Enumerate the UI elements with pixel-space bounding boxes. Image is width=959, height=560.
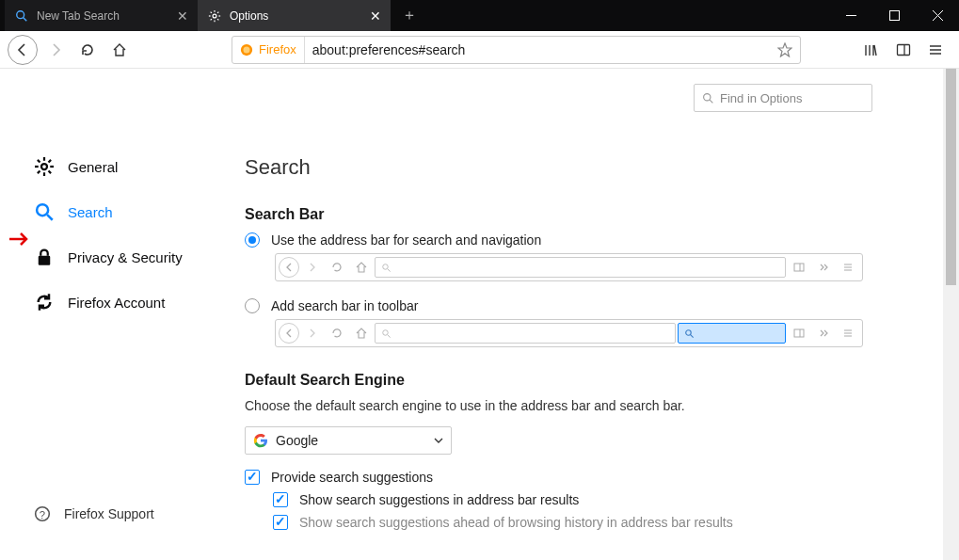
library-icon[interactable] [855, 36, 887, 64]
tab-label: New Tab Search [37, 9, 120, 23]
sidebar-item-label: General [68, 159, 118, 175]
option-label: Add search bar in toolbar [271, 298, 418, 313]
svg-rect-17 [898, 44, 910, 55]
tab-new-tab-search[interactable]: New Tab Search ✕ [5, 0, 198, 31]
identity-label: Firefox [259, 42, 296, 56]
bookmark-star-icon[interactable] [777, 42, 792, 57]
minimize-button[interactable] [829, 0, 872, 31]
radio-checked[interactable] [245, 232, 260, 248]
close-window-button[interactable] [916, 0, 959, 31]
preview-end [788, 257, 859, 278]
back-icon [279, 257, 299, 278]
forward-icon [301, 323, 324, 344]
svg-line-48 [691, 334, 694, 337]
search-icon [702, 92, 714, 104]
checkbox-checked[interactable] [273, 492, 288, 507]
preview-urlbar [375, 257, 786, 278]
preview-urlbar [375, 323, 676, 344]
annotation-arrow [9, 232, 33, 247]
firefox-icon [240, 43, 253, 56]
sidebar-item-label: Privacy & Security [68, 249, 183, 265]
sidebar-icon[interactable] [887, 36, 919, 64]
forward-button[interactable] [41, 36, 70, 64]
url-bar[interactable]: Firefox about:preferences#search [232, 36, 801, 64]
svg-line-7 [211, 11, 212, 12]
svg-rect-40 [794, 264, 804, 271]
default-engine-dropdown[interactable]: Google [245, 426, 452, 455]
svg-line-1 [24, 17, 27, 21]
option-add-search-bar[interactable]: Add search bar in toolbar [245, 298, 959, 313]
forward-icon [301, 257, 324, 278]
reload-button[interactable] [73, 36, 102, 64]
home-icon [350, 257, 373, 278]
sidebar-footer-support[interactable]: ? Firefox Support [34, 505, 154, 522]
svg-point-38 [383, 264, 389, 269]
search-icon [34, 201, 55, 222]
back-button[interactable] [8, 35, 38, 65]
search-icon [14, 8, 29, 24]
svg-point-36 [704, 93, 711, 100]
svg-rect-33 [39, 256, 51, 265]
svg-point-2 [213, 14, 216, 18]
menu-icon [837, 257, 859, 278]
checkbox-checked[interactable] [273, 515, 288, 530]
svg-point-22 [41, 164, 47, 169]
checkbox-checked[interactable] [245, 470, 260, 485]
svg-line-10 [211, 19, 212, 20]
vertical-scrollbar[interactable] [943, 69, 959, 560]
tab-options[interactable]: Options ✕ [198, 0, 391, 31]
toolbar-right [855, 36, 951, 64]
engine-selected: Google [276, 433, 318, 448]
svg-rect-49 [794, 329, 804, 337]
sidebar-icon [788, 323, 810, 344]
find-in-options-input[interactable]: Find in Options [694, 84, 872, 112]
window-controls [829, 0, 959, 31]
close-icon[interactable]: ✕ [370, 9, 381, 23]
svg-line-29 [49, 160, 52, 163]
sidebar-item-label: Search [68, 204, 113, 220]
svg-line-8 [217, 19, 218, 20]
reload-icon [326, 257, 348, 278]
preferences-sidebar: General Search Privacy & Security Firefo… [0, 69, 245, 560]
check-suggest-address[interactable]: Show search suggestions in address bar r… [273, 492, 959, 507]
svg-point-45 [383, 329, 389, 335]
sidebar-item-search[interactable]: Search [34, 189, 245, 234]
svg-line-30 [38, 171, 40, 174]
lock-icon [34, 247, 55, 267]
titlebar: New Tab Search ✕ Options ✕ ＋ [0, 0, 959, 31]
identity-box[interactable]: Firefox [240, 37, 305, 63]
content-area: General Search Privacy & Security Firefo… [0, 69, 959, 560]
sidebar-item-general[interactable]: General [34, 144, 245, 189]
menu-icon [837, 323, 859, 344]
sidebar-footer-label: Firefox Support [64, 506, 154, 521]
page-title: Search [245, 155, 959, 180]
check-provide-suggestions[interactable]: Provide search suggestions [245, 470, 959, 485]
home-button[interactable] [105, 36, 134, 64]
option-use-address-bar[interactable]: Use the address bar for search and navig… [245, 232, 959, 248]
section-default-engine: Default Search Engine [245, 372, 959, 389]
checkbox-label: Provide search suggestions [271, 470, 433, 485]
sync-icon [34, 292, 55, 312]
section-search-bar: Search Bar [245, 206, 959, 223]
svg-point-31 [37, 204, 48, 216]
close-icon[interactable]: ✕ [177, 9, 188, 23]
sidebar-icon [788, 257, 810, 278]
chevrons-icon [812, 257, 835, 278]
new-tab-button[interactable]: ＋ [391, 0, 428, 31]
engine-description: Choose the default search engine to use … [245, 398, 959, 413]
check-suggest-ahead[interactable]: Show search suggestions ahead of browsin… [273, 515, 959, 530]
checkbox-label: Show search suggestions in address bar r… [299, 492, 579, 507]
question-icon: ? [34, 505, 51, 522]
sidebar-item-account[interactable]: Firefox Account [34, 280, 245, 325]
preferences-main: Find in Options Search Search Bar Use th… [245, 69, 959, 560]
home-icon [350, 323, 373, 344]
url-text: about:preferences#search [305, 42, 466, 57]
sidebar-item-privacy[interactable]: Privacy & Security [34, 234, 245, 280]
maximize-button[interactable] [872, 0, 916, 31]
menu-icon[interactable] [919, 36, 951, 64]
radio-unchecked[interactable] [245, 298, 260, 313]
preview-with-search-bar [275, 319, 863, 347]
svg-line-28 [49, 171, 52, 174]
reload-icon [326, 323, 348, 344]
svg-line-39 [388, 268, 391, 271]
